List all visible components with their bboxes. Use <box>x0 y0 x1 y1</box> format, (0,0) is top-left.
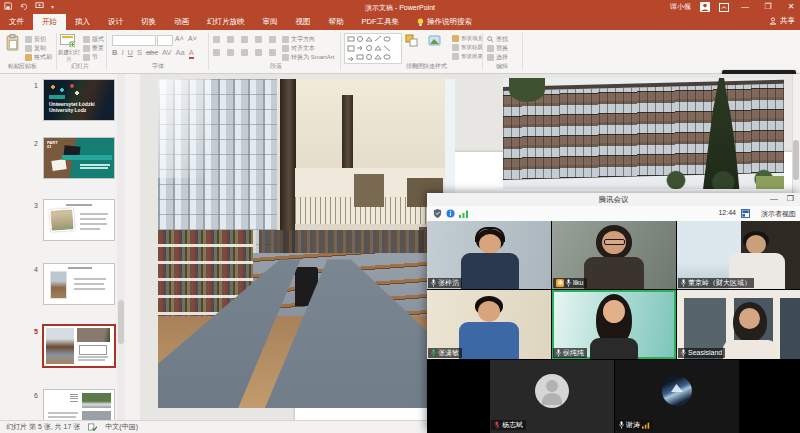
underline-button[interactable]: U <box>128 48 133 59</box>
select-button[interactable]: 选择 <box>487 53 508 62</box>
slide-thumbnail-4[interactable] <box>44 264 114 304</box>
slide-thumbnail-2[interactable]: PART01 <box>44 138 114 178</box>
video-tile-dongjingling[interactable]: 董京岭（财大区域） <box>677 221 800 289</box>
caption-box <box>79 345 107 355</box>
video-tile-seasisland[interactable]: Seasisland <box>677 290 800 359</box>
avatar-person-head <box>546 380 558 392</box>
shapes-gallery[interactable] <box>344 33 402 64</box>
smartart-button[interactable]: 转换为 SmartArt <box>282 53 334 62</box>
text-direction-button[interactable]: 文字方向 <box>282 35 315 44</box>
user-name[interactable]: 谭小偃 <box>670 2 691 12</box>
char-spacing-button[interactable]: AV <box>162 48 171 59</box>
video-tile-zhangxiaomin[interactable]: 张潇敏 <box>427 290 551 359</box>
grow-font-button[interactable]: A˄ <box>175 35 184 42</box>
paste-button[interactable] <box>6 34 22 60</box>
video-tile-zhangzihao[interactable]: 张梓浩 <box>427 221 551 289</box>
tab-review[interactable]: 审阅 <box>254 14 287 30</box>
tab-home[interactable]: 开始 <box>33 14 66 30</box>
tab-view[interactable]: 视图 <box>287 14 320 30</box>
tab-transitions[interactable]: 切换 <box>132 14 165 30</box>
video-tile-xietao[interactable]: 谢涛 <box>615 360 739 433</box>
tab-file[interactable]: 文件 <box>0 14 33 30</box>
editor-scrollbar-thumb[interactable] <box>793 140 799 180</box>
slides-group-label: 幻灯片 <box>62 62 98 71</box>
change-case-button[interactable]: Aa <box>176 48 185 59</box>
reset-button[interactable]: 重置 <box>83 44 104 53</box>
line-spacing-icon[interactable] <box>269 36 276 43</box>
replace-icon <box>487 45 494 52</box>
new-slide-button[interactable] <box>60 34 75 48</box>
language-indicator[interactable]: 中文(中国) <box>105 422 138 432</box>
replace-button[interactable]: 替换 <box>487 44 508 53</box>
format-painter-button[interactable]: 格式刷 <box>25 53 52 62</box>
meeting-shield-icon[interactable] <box>433 209 442 218</box>
numbering-icon[interactable] <box>227 36 234 43</box>
participant-label: 张潇敏 <box>428 348 462 358</box>
bullets-icon[interactable] <box>213 36 220 43</box>
columns-icon[interactable] <box>269 49 276 56</box>
layout-button[interactable]: 版式 <box>83 35 104 44</box>
thumbnail-panel-scrollbar[interactable] <box>117 74 125 420</box>
window-restore-button[interactable]: ❐ <box>761 0 775 14</box>
tab-pdf-tools[interactable]: PDF工具集 <box>353 14 409 30</box>
align-center-icon[interactable] <box>227 49 234 56</box>
shape-outline-button[interactable]: 形状轮廓 <box>452 44 483 51</box>
decrease-indent-icon[interactable] <box>241 36 248 43</box>
meeting-maximize-button[interactable]: ❒ <box>787 194 794 203</box>
building-photo[interactable] <box>503 78 784 189</box>
presenter-view-label[interactable]: 演示者视图 <box>761 209 796 219</box>
share-button[interactable]: 共享 <box>769 16 795 26</box>
title-badge <box>49 95 65 99</box>
bold-button[interactable]: B <box>112 48 117 59</box>
slide-thumbnail-3[interactable] <box>44 200 114 240</box>
select-icon <box>487 54 494 61</box>
user-avatar[interactable] <box>700 2 710 12</box>
tab-slideshow[interactable]: 幻灯片放映 <box>198 14 254 30</box>
shape-effects-button[interactable]: 形状效果 <box>452 53 483 60</box>
video-tile-yangzhibin[interactable]: 杨志斌 <box>490 360 614 433</box>
align-text-button[interactable]: 对齐文本 <box>282 44 315 53</box>
network-signal-icon[interactable] <box>459 210 469 218</box>
increase-indent-icon[interactable] <box>255 36 262 43</box>
tell-me-search[interactable]: 操作说明搜索 <box>408 14 481 30</box>
presenter-view-icon[interactable] <box>741 209 750 218</box>
arrange-button[interactable] <box>405 34 418 48</box>
window-minimize-button[interactable]: — <box>738 0 752 14</box>
strikethrough-button[interactable]: abc <box>146 48 158 59</box>
tab-animations[interactable]: 动画 <box>165 14 198 30</box>
shrink-font-button[interactable]: A˅ <box>188 35 197 42</box>
align-left-icon[interactable] <box>213 49 220 56</box>
ribbon-display-options-icon[interactable] <box>719 3 729 12</box>
tell-me-label: 操作说明搜索 <box>427 17 472 27</box>
cut-button[interactable]: 剪切 <box>25 35 46 44</box>
tab-help[interactable]: 帮助 <box>320 14 353 30</box>
text-line <box>80 228 100 230</box>
italic-button[interactable]: I <box>121 48 123 59</box>
quick-styles-button[interactable] <box>428 34 441 48</box>
tab-insert[interactable]: 插入 <box>66 14 99 30</box>
meeting-titlebar[interactable]: 腾讯会议 — ❒ <box>427 193 800 206</box>
thumbnail-panel-scroll-thumb[interactable] <box>118 300 124 344</box>
spellcheck-icon[interactable] <box>88 423 97 431</box>
tab-design[interactable]: 设计 <box>99 14 132 30</box>
find-button[interactable]: 查找 <box>487 35 508 44</box>
align-right-icon[interactable] <box>241 49 248 56</box>
slide-counter: 幻灯片 第 5 张, 共 17 张 <box>6 422 80 432</box>
text-shadow-button[interactable]: S <box>137 48 142 59</box>
justify-icon[interactable] <box>255 49 262 56</box>
slide-thumbnail-5-selected[interactable] <box>44 326 114 366</box>
slide-thumbnail-6[interactable] <box>44 390 114 420</box>
font-name-combo[interactable] <box>112 35 156 46</box>
meeting-info-icon[interactable] <box>446 209 455 218</box>
copy-button[interactable]: 复制 <box>25 44 46 53</box>
library-photo[interactable] <box>158 79 455 408</box>
font-color-button[interactable]: A <box>189 48 194 59</box>
video-tile-houchunchun-speaking[interactable]: 侯纯纯 <box>552 290 676 359</box>
video-tile-liku[interactable]: liku <box>552 221 676 289</box>
window-close-button[interactable]: ✕ <box>784 0 798 14</box>
shape-fill-button[interactable]: 形状填充 <box>452 35 483 42</box>
meeting-minimize-button[interactable]: — <box>770 194 778 203</box>
font-size-combo[interactable] <box>157 35 173 46</box>
slide-thumbnail-1[interactable]: Uniwersytet ŁódzkiUniversity Lodz <box>44 80 114 120</box>
section-button[interactable]: 节 <box>83 53 98 62</box>
